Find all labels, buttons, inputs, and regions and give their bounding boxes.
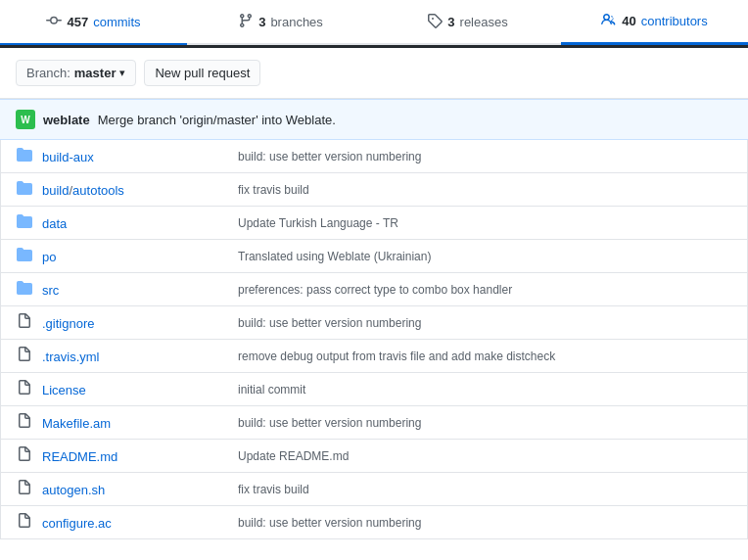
releases-count: 3 bbox=[447, 15, 454, 29]
file-link[interactable]: po bbox=[42, 250, 56, 264]
file-link[interactable]: License bbox=[42, 383, 86, 397]
releases-stat[interactable]: 3 releases bbox=[374, 0, 561, 45]
file-commit-message: build: use better version numbering bbox=[238, 416, 731, 430]
folder-icon bbox=[17, 280, 34, 299]
table-row: build/autotoolsfix travis build bbox=[1, 173, 747, 207]
file-commit-message: Update Turkish Language - TR bbox=[238, 216, 731, 230]
table-row: autogen.shfix travis build bbox=[1, 473, 747, 506]
folder-icon bbox=[17, 147, 34, 165]
releases-label: releases bbox=[460, 15, 508, 29]
file-icon bbox=[17, 313, 34, 332]
branches-label: branches bbox=[270, 15, 322, 29]
file-link[interactable]: build-aux bbox=[42, 150, 94, 164]
latest-commit-bar: W weblate Merge branch 'origin/master' i… bbox=[0, 99, 748, 140]
toolbar: Branch: master ▾ New pull request bbox=[0, 48, 748, 99]
file-list: build-auxbuild: use better version numbe… bbox=[0, 140, 748, 539]
file-link[interactable]: Makefile.am bbox=[42, 416, 111, 431]
file-icon bbox=[17, 380, 34, 398]
branches-icon bbox=[238, 13, 254, 31]
file-icon bbox=[17, 413, 34, 432]
file-link[interactable]: .travis.yml bbox=[42, 350, 100, 364]
file-link[interactable]: build/autotools bbox=[42, 183, 124, 198]
file-commit-message: initial commit bbox=[238, 383, 731, 397]
file-link[interactable]: configure.ac bbox=[42, 516, 112, 531]
table-row: dataUpdate Turkish Language - TR bbox=[1, 207, 747, 240]
branch-name-label: master bbox=[74, 66, 117, 80]
file-link[interactable]: autogen.sh bbox=[42, 483, 105, 497]
stats-bar: 457 commits 3 branches 3 releases 40 con… bbox=[0, 0, 748, 45]
branches-stat[interactable]: 3 branches bbox=[187, 0, 374, 45]
commits-icon bbox=[46, 13, 62, 31]
file-icon bbox=[17, 347, 34, 365]
file-link[interactable]: data bbox=[42, 216, 67, 231]
table-row: .gitignorebuild: use better version numb… bbox=[1, 306, 747, 340]
file-commit-message: preferences: pass correct type to combo … bbox=[238, 283, 731, 297]
file-commit-message: fix travis build bbox=[238, 483, 731, 496]
table-row: poTranslated using Weblate (Ukrainian) bbox=[1, 240, 747, 273]
table-row: Licenseinitial commit bbox=[1, 373, 747, 406]
branch-selector[interactable]: Branch: master ▾ bbox=[16, 60, 136, 86]
file-commit-message: remove debug output from travis file and… bbox=[238, 350, 731, 363]
table-row: srcpreferences: pass correct type to com… bbox=[1, 273, 747, 306]
table-row: Makefile.ambuild: use better version num… bbox=[1, 406, 747, 440]
folder-icon bbox=[17, 213, 34, 232]
commit-message: Merge branch 'origin/master' into Weblat… bbox=[98, 113, 336, 127]
table-row: README.mdUpdate README.md bbox=[1, 440, 747, 473]
commit-author: weblate bbox=[43, 113, 90, 127]
file-commit-message: Translated using Weblate (Ukrainian) bbox=[238, 250, 731, 263]
file-icon bbox=[17, 480, 34, 498]
file-commit-message: Update README.md bbox=[238, 449, 731, 463]
file-icon bbox=[17, 446, 34, 465]
folder-icon bbox=[17, 247, 34, 265]
table-row: .travis.ymlremove debug output from trav… bbox=[1, 340, 747, 373]
contributors-stat[interactable]: 40 contributors bbox=[561, 0, 748, 45]
table-row: configure.acbuild: use better version nu… bbox=[1, 506, 747, 538]
file-link[interactable]: README.md bbox=[42, 449, 117, 464]
file-link[interactable]: .gitignore bbox=[42, 316, 94, 331]
commits-count: 457 bbox=[67, 15, 88, 29]
file-link[interactable]: src bbox=[42, 283, 59, 298]
file-icon bbox=[17, 513, 34, 532]
file-commit-message: build: use better version numbering bbox=[238, 150, 731, 163]
commits-label: commits bbox=[93, 15, 140, 29]
table-row: build-auxbuild: use better version numbe… bbox=[1, 140, 747, 173]
commits-stat[interactable]: 457 commits bbox=[0, 0, 187, 45]
file-commit-message: fix travis build bbox=[238, 183, 731, 197]
releases-icon bbox=[427, 13, 443, 31]
file-commit-message: build: use better version numbering bbox=[238, 516, 731, 530]
file-commit-message: build: use better version numbering bbox=[238, 316, 731, 330]
contributors-icon bbox=[601, 12, 617, 30]
avatar: W bbox=[16, 110, 35, 129]
contributors-label: contributors bbox=[641, 14, 708, 28]
branch-prefix-label: Branch: bbox=[26, 66, 70, 80]
dropdown-icon: ▾ bbox=[119, 67, 125, 79]
folder-icon bbox=[17, 180, 34, 199]
new-pull-request-button[interactable]: New pull request bbox=[144, 60, 260, 86]
branches-count: 3 bbox=[258, 15, 265, 29]
contributors-count: 40 bbox=[622, 14, 635, 28]
